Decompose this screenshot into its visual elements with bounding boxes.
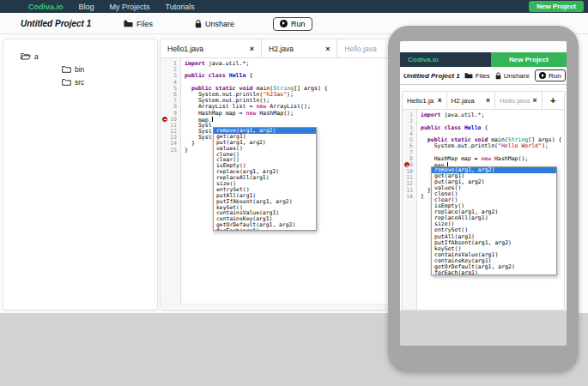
autocomplete-item[interactable]: forEach(arg1) <box>214 228 316 231</box>
code-line: HashMap map = new HashMap(); <box>185 111 395 117</box>
mobile-files-button[interactable]: Files <box>476 72 490 80</box>
editor-tab-hello-java[interactable]: Hello.java <box>337 39 395 57</box>
unshare-button[interactable]: Unshare <box>195 13 234 34</box>
autocomplete-item[interactable]: forEach(arg1) <box>432 270 556 275</box>
tree-item-src[interactable]: src <box>3 75 157 88</box>
nav-link-my-projects[interactable]: My Projects <box>110 3 150 11</box>
folder-icon <box>62 65 71 73</box>
mobile-codiva-logo[interactable]: Codiva.io <box>408 56 439 63</box>
autocomplete-dropdown: remove(arg1, arg2)get(arg1)put(arg1, arg… <box>213 127 317 231</box>
mobile-tab-hello1-ja[interactable]: Hello1.ja× <box>403 92 447 109</box>
close-tab-icon[interactable]: × <box>250 45 254 53</box>
editor-tab-hello1-java[interactable]: Hello1.java× <box>161 39 262 57</box>
file-tree-panel: abinsrc <box>3 39 158 311</box>
codiva-logo[interactable]: Codiva.io <box>28 3 64 11</box>
mobile-new-project-button[interactable]: New Project <box>491 52 567 67</box>
code-line: map. <box>185 117 395 123</box>
mobile-page: Codiva.io New Project Untitled Project 1… <box>400 41 567 311</box>
mobile-project-title: Untitled Project 1 <box>403 72 460 80</box>
close-tab-icon[interactable]: × <box>533 96 537 105</box>
mobile-tab--[interactable]: + <box>543 92 564 109</box>
tree-item-label: src <box>75 78 84 87</box>
error-marker-icon <box>162 117 167 122</box>
tree-item-a[interactable]: a <box>3 50 157 63</box>
workspace: abinsrc Hello1.java×H2.java×Hello.java 1… <box>0 34 588 313</box>
code-line: public class Hello { <box>185 73 395 79</box>
tab-label: Hello1.ja <box>407 97 433 105</box>
editor-tab-h2-java[interactable]: H2.java× <box>262 39 337 57</box>
play-icon <box>539 72 546 79</box>
tab-label: Hello.java <box>344 45 376 53</box>
tab-label: H2.java <box>269 45 294 53</box>
files-button[interactable]: Files <box>124 13 153 34</box>
folder-icon <box>124 20 133 27</box>
code-line: import java.util.*; <box>421 112 564 118</box>
mobile-tab-hello-java[interactable]: Hello.java× <box>495 92 543 109</box>
editor-tab-bar: Hello1.java×H2.java×Hello.java <box>161 39 395 58</box>
top-navbar: Codiva.io Blog My Projects Tutorials New… <box>0 0 588 13</box>
lock-icon <box>495 72 501 80</box>
mobile-tab-h2-java[interactable]: H2.java× <box>447 92 495 109</box>
code-line: public class Hello { <box>421 125 564 131</box>
mobile-tab-bar: Hello1.ja×H2.java×Hello.java×+ <box>403 92 564 110</box>
project-title: Untitled Project 1 <box>21 13 91 34</box>
line-number-gutter: 123456789101112131415 <box>161 58 181 304</box>
tab-label: H2.java <box>452 97 475 105</box>
tab-label: Hello.java <box>500 97 530 105</box>
line-number: 14 <box>403 194 413 200</box>
unshare-label: Unshare <box>205 20 234 28</box>
mobile-navbar: Codiva.io New Project <box>400 52 567 67</box>
lock-icon <box>195 20 202 28</box>
close-tab-icon[interactable]: × <box>438 96 442 105</box>
files-label: Files <box>136 20 153 28</box>
play-icon <box>280 20 288 27</box>
editor-footer <box>161 304 395 310</box>
run-button[interactable]: Run <box>273 17 312 31</box>
tree-item-label: bin <box>75 65 84 74</box>
folder-open-icon <box>21 52 31 60</box>
tree-item-label: a <box>34 52 39 61</box>
mobile-line-number-gutter: 1234567891011121314 <box>403 110 417 310</box>
mobile-toolbar: Untitled Project 1 Files Unshare Run <box>400 67 567 85</box>
folder-icon <box>62 78 71 86</box>
tab-label: Hello1.java <box>167 45 203 53</box>
folder-icon <box>464 72 473 79</box>
nav-link-blog[interactable]: Blog <box>79 3 94 11</box>
editor-panel: Hello1.java×H2.java×Hello.java 123456789… <box>160 39 396 311</box>
new-project-button[interactable]: New Project <box>529 1 584 12</box>
close-tab-icon[interactable]: × <box>486 96 490 105</box>
code-line: import java.util.*; <box>185 61 395 67</box>
phone-screen: Codiva.io New Project Untitled Project 1… <box>400 41 567 346</box>
mobile-unshare-button[interactable]: Unshare <box>504 72 530 80</box>
mobile-autocomplete-dropdown: remove(arg1, arg2)get(arg1)put(arg1, arg… <box>431 166 557 275</box>
tab-label: + <box>550 95 555 106</box>
code-line: System.out.println("Hello World"); <box>421 143 564 149</box>
tree-item-bin[interactable]: bin <box>3 63 157 75</box>
nav-link-tutorials[interactable]: Tutorials <box>166 3 195 11</box>
close-tab-icon[interactable]: × <box>325 45 330 53</box>
phone-mockup: Codiva.io New Project Untitled Project 1… <box>388 26 579 372</box>
mobile-run-label: Run <box>549 72 561 80</box>
line-number: 15 <box>161 148 177 154</box>
mobile-run-button[interactable]: Run <box>535 69 566 81</box>
run-label: Run <box>291 20 306 28</box>
